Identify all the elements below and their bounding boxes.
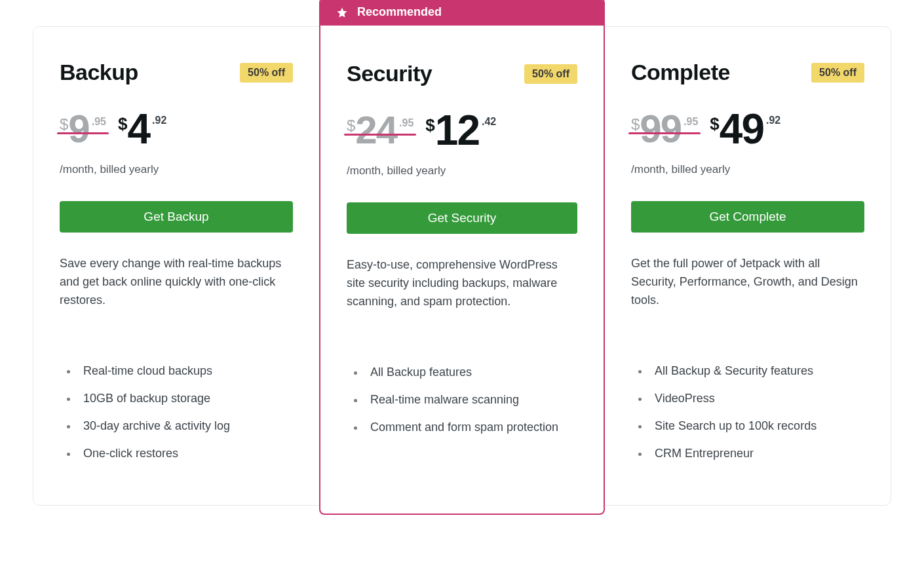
feature-item: Comment and form spam protection xyxy=(365,419,577,436)
new-price: $ 49 .92 xyxy=(710,108,780,150)
old-price-whole: 24 xyxy=(355,111,396,150)
old-price: $ 24 .95 xyxy=(347,111,414,150)
new-price-currency: $ xyxy=(710,108,719,134)
price-row: $ 24 .95 $ 12 .42 xyxy=(347,109,577,151)
billing-note: /month, billed yearly xyxy=(347,164,577,178)
feature-list: All Backup & Security features VideoPres… xyxy=(631,362,864,462)
pricing-table: Backup 50% off $ 9 .95 $ 4 .92 /month, b… xyxy=(33,26,891,506)
plan-header: Backup 50% off xyxy=(60,60,293,85)
new-price: $ 4 .92 xyxy=(118,108,166,150)
discount-badge: 50% off xyxy=(240,63,293,83)
plan-description: Save every change with real-time backups… xyxy=(60,255,293,310)
plan-header: Complete 50% off xyxy=(631,60,864,85)
old-price-whole: 99 xyxy=(640,109,681,149)
recommended-banner: Recommended xyxy=(320,0,604,26)
feature-item: Real-time cloud backups xyxy=(78,362,293,379)
plan-complete: Complete 50% off $ 99 .95 $ 49 .92 /mont… xyxy=(605,27,891,505)
strikethrough-icon xyxy=(628,132,701,134)
old-price-currency: $ xyxy=(347,111,355,135)
feature-item: One-click restores xyxy=(78,445,293,462)
recommended-label: Recommended xyxy=(357,5,442,19)
old-price-cents: .95 xyxy=(683,109,698,128)
billing-note: /month, billed yearly xyxy=(60,163,293,176)
new-price-currency: $ xyxy=(425,109,434,136)
strikethrough-icon xyxy=(57,132,109,134)
new-price-cents: .92 xyxy=(152,108,166,126)
new-price-cents: .42 xyxy=(482,109,496,128)
feature-item: VideoPress xyxy=(649,390,864,407)
old-price-currency: $ xyxy=(60,109,68,134)
price-row: $ 9 .95 $ 4 .92 xyxy=(60,108,293,150)
plan-security: Recommended Security 50% off $ 24 .95 $ … xyxy=(319,0,605,515)
get-complete-button[interactable]: Get Complete xyxy=(631,201,864,233)
feature-item: CRM Entrepreneur xyxy=(649,445,864,462)
plan-description: Get the full power of Jetpack with all S… xyxy=(631,255,864,310)
billing-note: /month, billed yearly xyxy=(631,163,864,176)
feature-item: Real-time malware scanning xyxy=(365,391,577,408)
star-icon xyxy=(336,7,348,18)
new-price: $ 12 .42 xyxy=(425,109,496,151)
plan-description: Easy-to-use, comprehensive WordPress sit… xyxy=(347,256,577,311)
plan-title: Complete xyxy=(631,60,730,85)
new-price-whole: 4 xyxy=(127,108,149,150)
feature-item: 30-day archive & activity log xyxy=(78,417,293,434)
feature-list: Real-time cloud backups 10GB of backup s… xyxy=(60,362,293,462)
feature-list: All Backup features Real-time malware sc… xyxy=(347,364,577,436)
old-price: $ 99 .95 xyxy=(631,109,698,149)
old-price-whole: 9 xyxy=(68,109,88,149)
discount-badge: 50% off xyxy=(811,63,864,83)
old-price-cents: .95 xyxy=(92,109,106,128)
feature-item: 10GB of backup storage xyxy=(78,390,293,407)
new-price-currency: $ xyxy=(118,108,127,134)
discount-badge: 50% off xyxy=(524,64,577,84)
strikethrough-icon xyxy=(344,134,416,136)
old-price-cents: .95 xyxy=(399,111,414,129)
feature-item: All Backup features xyxy=(365,364,577,381)
plan-title: Backup xyxy=(60,60,138,85)
plan-backup: Backup 50% off $ 9 .95 $ 4 .92 /month, b… xyxy=(33,27,319,505)
new-price-whole: 49 xyxy=(720,108,763,150)
feature-item: Site Search up to 100k records xyxy=(649,417,864,434)
price-row: $ 99 .95 $ 49 .92 xyxy=(631,108,864,150)
get-backup-button[interactable]: Get Backup xyxy=(60,201,293,233)
feature-item: All Backup & Security features xyxy=(649,362,864,379)
plan-header: Security 50% off xyxy=(347,61,577,86)
new-price-whole: 12 xyxy=(435,109,479,151)
new-price-cents: .92 xyxy=(766,108,780,126)
get-security-button[interactable]: Get Security xyxy=(347,202,577,234)
plan-title: Security xyxy=(347,61,432,86)
old-price: $ 9 .95 xyxy=(60,109,106,149)
old-price-currency: $ xyxy=(631,109,640,134)
